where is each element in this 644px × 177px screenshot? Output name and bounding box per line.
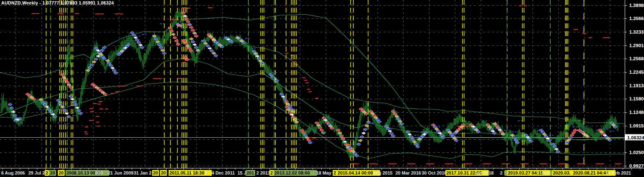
time-tick-label: 6 Aug 2006: [1, 170, 25, 175]
time-tick-label: 15 J: [238, 170, 246, 175]
price-tick-label: 1.29010: [629, 43, 644, 48]
event-date-chip: 2: [46, 170, 48, 175]
time-tick-label: 14 Feb 2021: [605, 170, 631, 175]
time-tick-label: 019: [542, 170, 549, 175]
bid-price-label: 1.06324: [627, 135, 644, 140]
price-tick-label: 1.09155: [629, 123, 644, 128]
event-date-chip: 2: [270, 170, 273, 175]
chart-title: AUDNZD,Weekly - 1.07777 1.07893 1.05991 …: [1, 0, 114, 5]
time-tick-label: 30 Oct 2016: [422, 170, 447, 175]
event-date-chip: 20: [59, 170, 64, 175]
event-date-chip: 20: [153, 170, 158, 175]
event-date-chip: 2015.04.14 00:00: [338, 170, 373, 175]
time-tick-label: 008: [95, 170, 103, 175]
price-tick-label: 1.25685: [629, 56, 644, 61]
price-tick-label: 1.38985: [629, 3, 644, 8]
event-date-chip: 2011.05.11 18:30: [169, 170, 204, 175]
price-tick-label: 0.99275: [629, 163, 644, 168]
price-tick-label: 1.15805: [629, 96, 644, 101]
event-date-chip: 2: [333, 170, 336, 175]
price-tick-label: 1.35660: [629, 16, 644, 21]
event-date-chip: 2017.10.31 22:00: [446, 170, 482, 175]
price-tick-label: 1.12480: [629, 110, 644, 115]
price-chart-canvas[interactable]: 1.389851.356601.323351.290101.256851.224…: [0, 0, 644, 177]
time-tick-label: an 2018: [477, 170, 493, 175]
event-date-chip: 20: [161, 170, 166, 175]
time-tick-label: Aug 2015: [372, 170, 393, 175]
bid-price-box: 1.06324: [625, 134, 644, 141]
event-date-chip: 20: [50, 170, 55, 175]
time-tick-label: 21 Jun 2009: [108, 170, 133, 175]
price-tick-label: 1.32335: [629, 30, 644, 34]
price-tick-label: 1.22455: [629, 70, 644, 75]
price-tick-label: 1.02505: [629, 150, 644, 155]
event-date-chip: 2013.12.02 08:00: [274, 170, 310, 175]
mt4-chart-window[interactable]: 1.389851.356601.323351.290101.256851.224…: [0, 0, 644, 177]
event-date-chip: 201: [247, 170, 254, 175]
price-tick-label: 1.19130: [629, 83, 644, 88]
event-date-chip: 2020.03.: [553, 170, 571, 175]
event-date-chip: 2019.03.27 04:15: [508, 170, 543, 175]
time-tick-label: 31 Jan 2: [134, 170, 151, 175]
time-tick-label: 20 Mar 2016: [395, 170, 421, 175]
time-tick-label: 1: [205, 170, 208, 175]
time-tick-label: 4 Dec 2011: [212, 170, 235, 175]
event-date-chip: 2020.08.21 04:45: [573, 170, 608, 175]
